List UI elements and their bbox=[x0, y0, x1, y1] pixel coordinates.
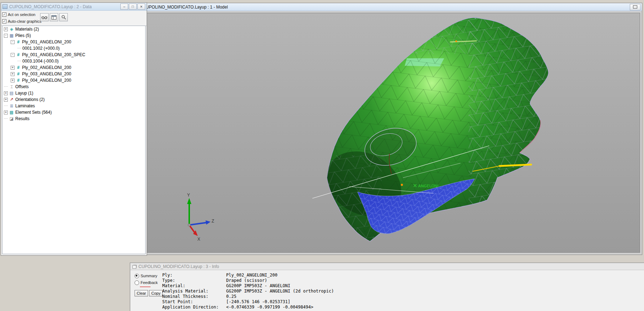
info-field-key: Type: bbox=[162, 278, 226, 283]
expand-toggle[interactable]: + bbox=[11, 66, 15, 70]
info-field-row: Material:GG200P IMP503Z - ANGELONI bbox=[162, 283, 644, 289]
act-on-selection-option[interactable]: ✓ Act on selection bbox=[2, 12, 147, 17]
results-icon: ◪ bbox=[9, 116, 14, 122]
summary-radio[interactable]: Summary bbox=[135, 273, 157, 279]
minimize-button[interactable]: – bbox=[120, 4, 128, 10]
checkbox-checked-icon[interactable]: ✓ bbox=[2, 12, 6, 17]
start-point-marker bbox=[401, 184, 403, 186]
window-icon bbox=[2, 4, 7, 9]
collapse-toggle[interactable]: - bbox=[11, 53, 15, 57]
feedback-underline bbox=[140, 286, 151, 287]
feedback-radio-label: Feedback bbox=[141, 280, 158, 285]
info-field-key: Nominal Thickness: bbox=[162, 294, 226, 299]
model-window-titlebar[interactable]: CUPOLINO_MODIFICATO.Layup : 1 - Model bbox=[135, 3, 642, 11]
tree-item[interactable]: -▦Plies (5) bbox=[2, 32, 145, 39]
tree-item[interactable]: ◪Results bbox=[2, 116, 145, 122]
tree-item-label: Element Sets (564) bbox=[15, 109, 52, 116]
tree-item[interactable]: -#Ply_001_ANGELONI_200_SPEC bbox=[2, 52, 145, 58]
info-field-row: Ply:Ply_002_ANGELONI_200 bbox=[162, 273, 644, 278]
radio-selected-icon[interactable] bbox=[135, 274, 139, 278]
checkbox-checked-icon[interactable]: ✓ bbox=[2, 19, 6, 23]
tree-item-label: Orientations (2) bbox=[15, 96, 45, 103]
tree-item[interactable]: +▩Element Sets (564) bbox=[2, 109, 145, 116]
collapse-toggle[interactable]: - bbox=[4, 34, 8, 38]
tree-connector bbox=[4, 86, 8, 87]
info-field-key: Ply: bbox=[162, 273, 226, 278]
expand-toggle[interactable]: + bbox=[4, 91, 8, 95]
display-options-button[interactable] bbox=[40, 13, 49, 21]
model-viewport[interactable]: ANGELONI Y Z X bbox=[136, 13, 640, 253]
tree-item-label: 0003.1004 (-000.0) bbox=[22, 58, 59, 64]
info-field-key: Material: bbox=[162, 283, 226, 289]
restore-icon[interactable] bbox=[132, 265, 136, 269]
y-axis-label: Y bbox=[187, 193, 190, 198]
minimize-icon bbox=[633, 5, 637, 9]
panel-view-button[interactable] bbox=[50, 13, 58, 21]
expand-toggle[interactable]: + bbox=[4, 98, 8, 102]
tree-item[interactable]: ⌶Offsets bbox=[2, 84, 145, 90]
info-window-titlebar[interactable]: CUPOLINO_MODIFICATO.Layup : 3 - Info bbox=[130, 263, 644, 270]
expand-toggle[interactable]: + bbox=[11, 79, 15, 82]
collapse-toggle[interactable]: - bbox=[11, 40, 15, 44]
x-axis-label: X bbox=[197, 237, 200, 242]
info-field-row: Nominal Thickness:0.25 bbox=[162, 294, 644, 299]
glasses-icon bbox=[42, 15, 47, 20]
expand-toggle[interactable]: + bbox=[4, 111, 8, 114]
tree-connector bbox=[17, 48, 21, 49]
info-field-key: Analysis Material: bbox=[162, 289, 226, 294]
tree-item[interactable]: 0003.1004 (-000.0) bbox=[2, 58, 145, 64]
z-axis-arrow bbox=[206, 220, 211, 225]
tree-item-label: Materials (2) bbox=[15, 26, 39, 32]
orientations-icon: ↗ bbox=[9, 96, 14, 103]
info-field-value: 0.25 bbox=[226, 294, 236, 299]
data-options-zone: ✓ Act on selection ✓ Auto-clear graphics bbox=[1, 11, 147, 26]
tree-item[interactable]: +◈Materials (2) bbox=[2, 26, 145, 32]
auto-clear-graphics-option[interactable]: ✓ Auto-clear graphics bbox=[2, 18, 147, 24]
model-3d-view[interactable]: ANGELONI Y Z X bbox=[137, 13, 640, 252]
search-button[interactable] bbox=[59, 13, 68, 21]
wireframe-right bbox=[469, 13, 561, 212]
tree-item[interactable]: ≣Laminates bbox=[2, 103, 145, 109]
panel-icon bbox=[51, 15, 56, 20]
data-window-title: CUPOLINO_MODIFICATO.Layup : 2 - Data bbox=[9, 4, 120, 9]
tree-item-label: Plies (5) bbox=[15, 32, 31, 39]
minimize-button[interactable] bbox=[630, 4, 640, 10]
tree-item[interactable]: 0001.1002 (+000.0) bbox=[2, 45, 145, 52]
info-field-row: Start Point:[-240.576 146 -0.0253731] bbox=[162, 299, 644, 305]
maximize-button[interactable]: □ bbox=[129, 4, 137, 10]
ply-icon: # bbox=[16, 64, 21, 71]
tree-item-label: Ply_003_ANGELONI_200 bbox=[22, 71, 71, 77]
info-field-value: <-0.0746339 -0.997199 -0.00498494> bbox=[226, 305, 313, 310]
expand-toggle[interactable]: + bbox=[4, 27, 8, 31]
tree-item-label: Results bbox=[15, 116, 29, 122]
model-window-title: CUPOLINO_MODIFICATO.Layup : 1 - Model bbox=[143, 5, 630, 10]
close-button[interactable]: × bbox=[137, 4, 145, 10]
tree-item[interactable]: +#Ply_002_ANGELONI_200 bbox=[2, 64, 145, 71]
radio-unselected-icon[interactable] bbox=[135, 280, 139, 285]
plies-icon: ▦ bbox=[9, 32, 14, 39]
marker-dot bbox=[455, 41, 457, 42]
tree-item-label: 0001.1002 (+000.0) bbox=[22, 45, 60, 52]
info-field-key: Application Direction: bbox=[162, 305, 226, 310]
materials-icon: ◈ bbox=[9, 26, 14, 32]
elementsets-icon: ▩ bbox=[9, 109, 14, 116]
clear-button[interactable]: Clear bbox=[135, 290, 148, 296]
auto-clear-graphics-label: Auto-clear graphics bbox=[8, 19, 42, 23]
tree-item[interactable]: +↗Orientations (2) bbox=[2, 96, 145, 103]
tree-item[interactable]: +#Ply_003_ANGELONI_200 bbox=[2, 71, 145, 77]
tree-item[interactable]: +#Ply_004_ANGELONI_200 bbox=[2, 77, 145, 84]
info-body: Summary Feedback Clear Copy Ply:Ply_002_… bbox=[130, 270, 644, 311]
data-window-titlebar[interactable]: CUPOLINO_MODIFICATO.Layup : 2 - Data – □… bbox=[1, 3, 147, 11]
tree-item[interactable]: +▤Layup (1) bbox=[2, 90, 145, 96]
info-mode-panel: Summary Feedback Clear Copy bbox=[130, 270, 157, 311]
ply-icon: # bbox=[16, 77, 21, 84]
tree-item-label: Ply_001_ANGELONI_200 bbox=[22, 39, 71, 45]
feedback-radio[interactable]: Feedback bbox=[135, 280, 157, 285]
info-window: CUPOLINO_MODIFICATO.Layup : 3 - Info Sum… bbox=[130, 263, 644, 311]
tree-item-label: Laminates bbox=[15, 103, 35, 109]
info-field-row: Application Direction:<-0.0746339 -0.997… bbox=[162, 305, 644, 310]
laminates-icon: ≣ bbox=[9, 103, 14, 109]
tree-item[interactable]: -#Ply_001_ANGELONI_200 bbox=[2, 39, 145, 45]
data-window: CUPOLINO_MODIFICATO.Layup : 2 - Data – □… bbox=[1, 2, 147, 256]
expand-toggle[interactable]: + bbox=[11, 72, 15, 76]
